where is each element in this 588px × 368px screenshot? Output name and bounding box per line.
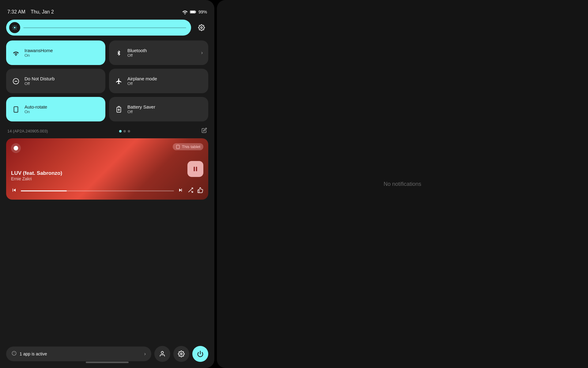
- quick-tiles-grid: IrawansHome On Bluetooth Off ›: [6, 40, 208, 121]
- svg-point-24: [161, 351, 163, 354]
- autorotate-tile-status: On: [24, 109, 47, 114]
- active-apps-pill[interactable]: 1 app is active ›: [6, 347, 151, 361]
- svg-point-15: [15, 148, 17, 149]
- page-indicator-row: 14 (AP2A.240905.003): [6, 126, 208, 138]
- autorotate-tile-content: Auto-rotate On: [24, 104, 47, 114]
- svg-rect-17: [194, 167, 195, 171]
- bottom-bar: 1 app is active ›: [6, 346, 208, 362]
- wifi-status-icon: [182, 10, 188, 14]
- page-dot-3[interactable]: [128, 130, 130, 132]
- status-right-icons: 99%: [182, 10, 207, 14]
- info-icon: [12, 351, 17, 357]
- media-prev-button[interactable]: [11, 187, 17, 195]
- brightness-slider[interactable]: [6, 20, 191, 36]
- brightness-row: [6, 20, 208, 36]
- dnd-tile-status: Off: [24, 81, 55, 86]
- svg-point-6: [15, 55, 17, 56]
- battery-saver-tile[interactable]: Battery Saver Off: [109, 97, 208, 121]
- dnd-tile-content: Do Not Disturb Off: [24, 76, 55, 86]
- media-device-badge: This tablet: [173, 143, 203, 150]
- no-notifications-text: No notifications: [383, 181, 421, 187]
- media-pause-button[interactable]: [187, 161, 203, 177]
- tablet-icon: [176, 145, 180, 149]
- media-title: LUV (feat. Sabronzo): [11, 170, 62, 176]
- edit-tiles-button[interactable]: [202, 128, 207, 135]
- media-shuffle-button[interactable]: [187, 187, 194, 195]
- power-button[interactable]: [192, 346, 208, 362]
- autorotate-tile[interactable]: Auto-rotate On: [6, 97, 105, 121]
- airplane-tile[interactable]: Airplane mode Off: [109, 69, 208, 93]
- active-apps-arrow: ›: [144, 351, 146, 357]
- date: Thu, Jan 2: [31, 9, 54, 14]
- media-top-bar: This tablet: [11, 143, 203, 153]
- settings-button[interactable]: [173, 346, 189, 362]
- battery-saver-tile-status: Off: [127, 109, 155, 114]
- bluetooth-tile-icon: [115, 49, 123, 57]
- airplane-tile-content: Airplane mode Off: [127, 76, 157, 86]
- battery-saver-tile-icon: [115, 105, 123, 113]
- wifi-tile-title: IrawansHome: [24, 48, 53, 53]
- autorotate-tile-icon: [12, 105, 20, 113]
- page-dots: [119, 130, 130, 132]
- media-controls: [11, 187, 203, 195]
- wifi-tile-icon: [12, 49, 20, 57]
- media-like-button[interactable]: [197, 187, 203, 195]
- dnd-tile-title: Do Not Disturb: [24, 76, 55, 81]
- brightness-icon: [12, 25, 17, 30]
- bluetooth-tile-status: Off: [127, 53, 147, 58]
- airplane-tile-icon: [115, 77, 123, 85]
- svg-point-4: [14, 27, 15, 28]
- build-version: 14 (AP2A.240905.003): [7, 129, 48, 133]
- display-settings-button[interactable]: [195, 21, 208, 34]
- active-apps-text: 1 app is active: [20, 351, 141, 356]
- wifi-tile[interactable]: IrawansHome On: [6, 40, 105, 65]
- media-next-button[interactable]: [178, 187, 184, 195]
- settings-icon: [198, 24, 205, 31]
- media-overlay: This tablet LUV (feat. Sabronzo) Ernie Z…: [6, 138, 208, 200]
- battery-saver-tile-content: Battery Saver Off: [127, 104, 155, 114]
- quick-settings-panel: 7:32 AM Thu, Jan 2 99%: [0, 0, 214, 368]
- media-app-icon: [11, 143, 21, 153]
- svg-rect-9: [14, 107, 18, 112]
- status-bar: 7:32 AM Thu, Jan 2 99%: [6, 6, 208, 20]
- wifi-tile-content: IrawansHome On: [24, 48, 53, 58]
- page-dot-2[interactable]: [123, 130, 126, 132]
- svg-rect-18: [196, 167, 197, 171]
- autorotate-tile-title: Auto-rotate: [24, 104, 47, 109]
- page-dot-1[interactable]: [119, 130, 122, 132]
- time: 7:32 AM: [7, 9, 25, 14]
- battery-percent: 99%: [198, 10, 207, 14]
- brightness-thumb: [9, 22, 20, 33]
- status-time-date: 7:32 AM Thu, Jan 2: [7, 9, 54, 15]
- media-info: LUV (feat. Sabronzo) Ernie Zakri: [11, 170, 62, 181]
- svg-rect-3: [190, 11, 195, 13]
- svg-rect-16: [176, 145, 179, 149]
- svg-rect-2: [195, 11, 196, 13]
- dnd-tile[interactable]: Do Not Disturb Off: [6, 69, 105, 93]
- airplane-tile-status: Off: [127, 81, 157, 86]
- battery-saver-tile-title: Battery Saver: [127, 104, 155, 109]
- bluetooth-tile-title: Bluetooth: [127, 48, 147, 53]
- bluetooth-tile-content: Bluetooth Off: [127, 48, 147, 58]
- airplane-tile-title: Airplane mode: [127, 76, 157, 81]
- media-progress-bar[interactable]: [21, 190, 174, 191]
- notifications-panel: No notifications: [217, 0, 588, 368]
- nav-bar: [86, 362, 129, 363]
- bluetooth-tile[interactable]: Bluetooth Off ›: [109, 40, 208, 65]
- wifi-tile-status: On: [24, 53, 53, 58]
- media-player[interactable]: This tablet LUV (feat. Sabronzo) Ernie Z…: [6, 138, 208, 200]
- svg-point-5: [201, 27, 202, 29]
- media-progress-fill: [21, 190, 67, 191]
- svg-point-0: [184, 14, 185, 14]
- brightness-track: [23, 27, 186, 28]
- dnd-tile-icon: [12, 77, 20, 85]
- user-button[interactable]: [154, 346, 170, 362]
- svg-point-25: [180, 353, 182, 355]
- media-device-name: This tablet: [182, 144, 200, 149]
- bluetooth-tile-arrow: ›: [201, 50, 203, 56]
- media-artist: Ernie Zakri: [11, 176, 62, 181]
- battery-status-icon: [190, 10, 197, 14]
